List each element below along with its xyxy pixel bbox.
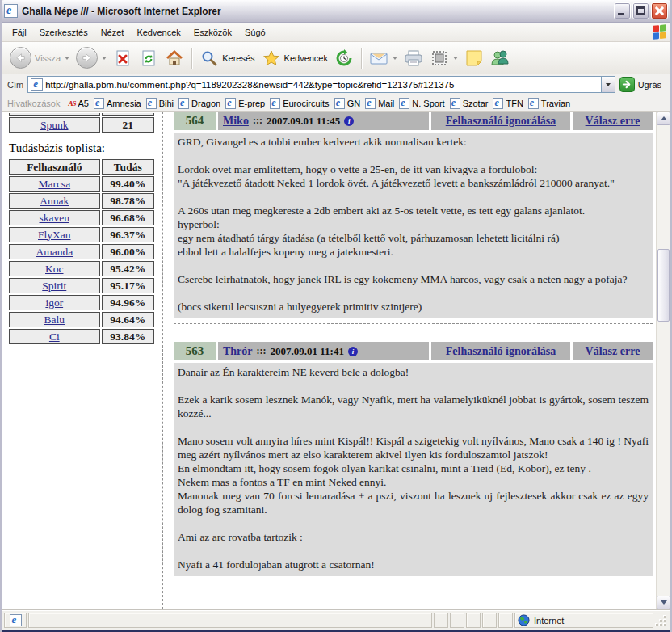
user-link[interactable]: FlyXan: [38, 229, 71, 241]
info-icon[interactable]: i: [344, 116, 354, 126]
scrollbar-thumb[interactable]: [657, 249, 670, 322]
knowledge-value: 93.84%: [102, 329, 154, 344]
mail-button[interactable]: [367, 47, 400, 70]
user-link[interactable]: Koc: [45, 263, 64, 275]
knowledge-value: 95.17%: [102, 278, 154, 293]
toplist-table: Felhasználó Tudás Marcsa99.40% Annak98.7…: [7, 158, 156, 346]
go-button[interactable]: Ugrás: [620, 77, 665, 92]
post-date: 2007.09.01 11:45: [267, 115, 340, 128]
standard-toolbar: Vissza: [2, 42, 670, 74]
ignore-user-link[interactable]: Felhasználó ignorálása: [446, 115, 556, 128]
sidebar: Spunk 21 Tudásbázis toplista: Felhasznál…: [7, 112, 159, 346]
ie-favicon: e: [365, 98, 376, 109]
status-mini-pane: [466, 613, 481, 628]
print-icon: [404, 48, 423, 68]
reply-link[interactable]: Válasz erre: [586, 115, 640, 128]
chevron-up-icon: [661, 116, 667, 120]
author-date-separator: :::: [253, 115, 262, 127]
back-icon: [10, 47, 32, 69]
link-dragon[interactable]: eDragon: [178, 98, 220, 109]
user-link[interactable]: Amanda: [36, 246, 73, 258]
reply-link[interactable]: Válasz erre: [586, 345, 640, 358]
link-travian[interactable]: eTravian: [528, 98, 570, 109]
link-a5[interactable]: ASA5: [68, 99, 88, 108]
user-count: 21: [102, 117, 154, 133]
post-date: 2007.09.01 11:41: [271, 345, 344, 358]
link-eprep[interactable]: eE-prep: [225, 98, 265, 109]
post-author-cell: Miko ::: 2007.09.01 11:45 i: [218, 112, 429, 130]
note-button[interactable]: [462, 47, 486, 70]
status-mini-pane: [482, 613, 497, 628]
back-button[interactable]: Vissza: [7, 45, 72, 70]
user-link[interactable]: Balu: [44, 314, 65, 326]
link-amnesia[interactable]: eAmnesia: [94, 98, 141, 109]
edit-dropdown-icon: [453, 57, 458, 60]
address-url[interactable]: http://ghalla.pbm.hu/comment.php?q=11892…: [45, 80, 600, 90]
link-bihi[interactable]: eBihi: [146, 98, 174, 109]
address-input[interactable]: e http://ghalla.pbm.hu/comment.php?q=118…: [27, 76, 615, 93]
maximize-button[interactable]: [632, 2, 649, 19]
link-tfn[interactable]: eTFN: [493, 98, 523, 109]
scroll-up-button[interactable]: [657, 112, 670, 125]
knowledge-value: 96.37%: [102, 227, 154, 242]
knowledge-value: 96.00%: [102, 244, 154, 259]
ie-favicon: e: [146, 98, 157, 109]
address-bar: Cím e http://ghalla.pbm.hu/comment.php?q…: [2, 74, 670, 95]
close-button[interactable]: [651, 2, 668, 19]
refresh-button[interactable]: [136, 47, 161, 70]
history-button[interactable]: [332, 47, 356, 70]
forward-button[interactable]: [74, 45, 109, 70]
link-eurocircuits[interactable]: eEurocircuits: [270, 98, 329, 109]
favorites-star-icon: [262, 48, 281, 68]
messenger-icon: [490, 48, 510, 68]
windows-logo-icon: [652, 23, 668, 40]
address-label: Cím: [7, 80, 23, 90]
link-nsport[interactable]: eN. Sport: [399, 98, 444, 109]
minimize-button[interactable]: [614, 2, 631, 19]
ie-favicon: e: [450, 98, 460, 109]
ignore-user-cell: Felhasználó ignorálása: [431, 342, 570, 360]
menu-tools[interactable]: Eszközök: [187, 24, 238, 40]
toolbar-separator: [361, 48, 362, 69]
messenger-button[interactable]: [488, 47, 512, 70]
menu-file[interactable]: Fájl: [6, 24, 33, 40]
ignore-user-link[interactable]: Felhasználó ignorálása: [446, 345, 556, 358]
favorites-button[interactable]: Kedvencek: [259, 47, 330, 70]
post-header: 564 Miko ::: 2007.09.01 11:45 i Felhaszn…: [174, 112, 653, 130]
address-dropdown-button[interactable]: [601, 77, 615, 92]
knowledge-value: 95.42%: [102, 261, 154, 276]
user-link[interactable]: Marcsa: [38, 178, 70, 190]
link-szotar[interactable]: eSzotar: [450, 98, 489, 109]
stop-button[interactable]: [111, 47, 135, 70]
print-button[interactable]: [401, 47, 426, 70]
status-message-pane: [28, 613, 432, 628]
status-bar: e Internet: [2, 610, 670, 630]
info-icon[interactable]: i: [348, 347, 358, 356]
post-body: Danair az Én karaktereim NE keverd bele …: [174, 363, 653, 576]
user-link[interactable]: skaven: [40, 212, 70, 224]
edit-button[interactable]: [427, 47, 460, 70]
author-link[interactable]: Miko: [223, 115, 249, 128]
user-link[interactable]: Spunk: [40, 119, 69, 131]
user-link[interactable]: Spirit: [42, 280, 66, 292]
home-button[interactable]: [162, 47, 187, 70]
vertical-scrollbar[interactable]: [656, 112, 670, 609]
scroll-down-button[interactable]: [657, 596, 670, 609]
menu-edit[interactable]: Szerkesztés: [33, 24, 94, 40]
user-link[interactable]: Annak: [40, 195, 69, 207]
resize-grip[interactable]: [655, 613, 668, 628]
menu-help[interactable]: Súgó: [238, 24, 272, 40]
status-mini-pane: [498, 613, 513, 628]
search-button[interactable]: Keresés: [197, 47, 257, 70]
menu-favorites[interactable]: Kedvencek: [130, 24, 187, 40]
author-link[interactable]: Thrór: [223, 345, 253, 358]
toolbar-separator: [191, 48, 192, 69]
user-link[interactable]: Ci: [49, 331, 60, 343]
knowledge-value: 96.68%: [102, 210, 154, 225]
link-gn[interactable]: eGN: [334, 98, 361, 109]
menu-view[interactable]: Nézet: [94, 24, 131, 40]
user-link[interactable]: igor: [45, 297, 63, 309]
status-mini-pane: [450, 613, 464, 628]
link-mail[interactable]: eMail: [365, 98, 394, 109]
ie-favicon: e: [225, 98, 236, 109]
